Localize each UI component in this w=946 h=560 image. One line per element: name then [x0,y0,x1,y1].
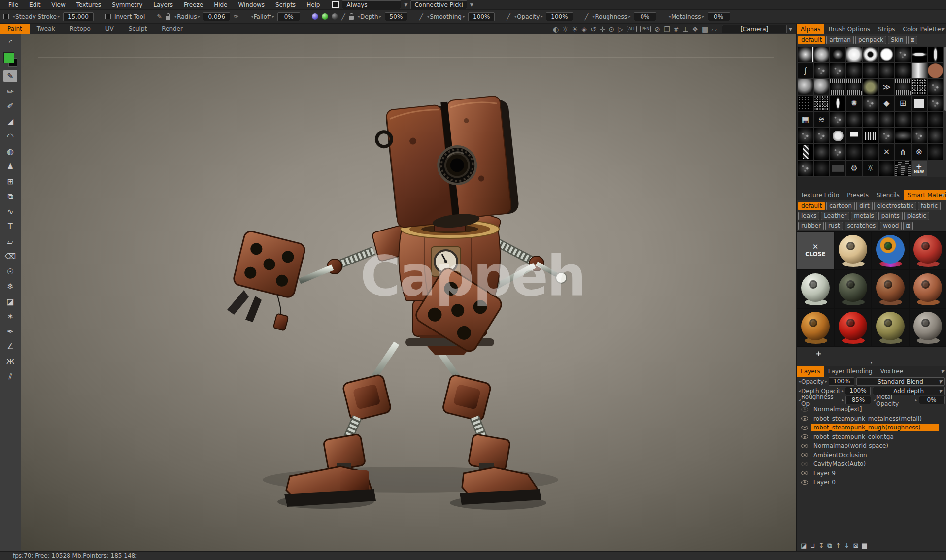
invert-tool-checkbox[interactable] [105,14,111,19]
tab-paint[interactable]: Paint [0,24,30,34]
tab-smart-materials[interactable]: Smart Materials [904,190,946,200]
alpha-tile-wheel[interactable]: ☸ [912,144,927,160]
visibility-eye-icon[interactable] [801,407,808,412]
contrast-icon[interactable]: ◐ [553,24,559,34]
layer-folder-icon[interactable]: ▆ [862,542,867,549]
paint-brush-tool[interactable]: ✎ [3,70,17,82]
opacity-label[interactable]: ◂Opacity▸ [514,13,542,20]
depth-value[interactable]: 50% [385,12,408,21]
iron-tool[interactable]: ∠ [3,340,17,353]
spline-tool[interactable]: ∿ [3,205,17,218]
alpha-tile-burst[interactable]: ✺ [846,96,862,111]
color-swatch[interactable] [3,52,18,67]
light-icon[interactable]: ☼ [562,24,569,34]
magic-wand-tool[interactable]: ✶ [3,310,17,323]
tab-color-palette[interactable]: Color Palette [899,24,945,34]
falloff-value[interactable]: 0% [277,12,300,21]
material-glossy-red[interactable] [834,308,872,347]
menu-help[interactable]: Help [301,0,325,10]
tab-layers[interactable]: Layers [797,366,824,377]
alpha-tile[interactable] [814,47,829,62]
alpha-tile-diamond[interactable]: ◆ [879,96,894,111]
chevron-down-icon[interactable]: ▼ [789,27,792,32]
alpha-tile[interactable] [798,96,813,111]
tab-strips[interactable]: Strips [874,24,899,34]
material-category-fabric[interactable]: fabric [918,202,941,210]
airbrush-tool[interactable]: ✐ [3,100,17,112]
disable-symmetry-icon[interactable]: ⊘ [654,24,660,34]
tab-retopo[interactable]: Retopo [63,24,98,34]
material-category-cartoon[interactable]: cartoon [826,202,855,210]
pan-view-icon[interactable]: ✛ [600,24,606,34]
alpha-tile[interactable] [830,79,845,95]
alpha-tile[interactable] [830,96,845,111]
metal-opacity-value[interactable]: 0% [919,396,945,404]
alpha-tile[interactable] [798,144,813,160]
alpha-tile[interactable] [863,47,878,62]
tab-texture-edito[interactable]: Texture Edito [797,190,843,200]
alpha-tile-button[interactable]: ⊞ [895,96,911,111]
alpha-tile[interactable] [846,144,862,160]
tab-render[interactable]: Render [154,24,190,34]
droplet-icon[interactable]: ◈ [581,24,587,34]
symmetry-tool[interactable]: Ж [3,356,17,368]
alpha-tile[interactable] [830,128,845,143]
alpha-tile[interactable] [846,63,862,78]
layer-row[interactable]: Normalmap(world-space) [797,441,946,451]
material-category-leaks[interactable]: leaks [798,212,819,220]
visibility-eye-icon[interactable] [801,471,808,475]
tab-uv[interactable]: UV [98,24,121,34]
alpha-tile[interactable] [912,63,927,78]
pen-icon[interactable]: ╱ [419,13,423,20]
pen-icon[interactable]: ╱ [507,13,510,20]
alpha-tile[interactable] [798,128,813,143]
alpha-group-artman[interactable]: artman [826,36,854,44]
sphere-preview-icon[interactable] [332,13,338,20]
radius-label[interactable]: ◂Radius▸ [174,13,200,20]
alpha-tile[interactable] [814,63,829,78]
fill-brush-tool[interactable]: ◢ [3,115,17,128]
stamp-tool[interactable]: ♟ [3,160,17,172]
roughness-value[interactable]: 0% [634,12,656,21]
menu-file[interactable]: File [3,0,24,10]
material-category-dirt[interactable]: dirt [856,202,873,210]
depth-blend-dropdown[interactable]: Add depth▼ [873,387,945,395]
layer-row[interactable]: CavityMask(Auto) [797,460,946,469]
alpha-tile[interactable] [830,112,845,127]
alpha-tile[interactable] [895,161,911,176]
alpha-tile[interactable] [928,144,943,160]
lock-icon[interactable] [166,16,170,20]
tab-alphas[interactable]: Alphas [797,24,824,34]
alpha-tile[interactable] [879,161,894,176]
material-category-paints[interactable]: paints [878,212,903,220]
alpha-tile[interactable] [928,79,943,95]
image-plane-tool[interactable]: ▱ [3,235,17,248]
material-category-rust[interactable]: rust [825,222,843,230]
visibility-eye-icon[interactable] [801,444,808,448]
steady-stroke-value[interactable]: 15,000 [63,12,94,21]
alpha-tile[interactable] [798,79,813,95]
material-aged-copper[interactable] [872,270,909,308]
material-polished-silver[interactable] [797,270,834,308]
new-alpha-button[interactable]: ＋NEW [912,161,927,176]
move-layer-up-icon[interactable]: ↑ [836,542,841,549]
material-category-metals[interactable]: metals [851,212,877,220]
camera-cone-icon[interactable]: ▷ [618,24,623,34]
add-folder-icon[interactable]: ⊞ [903,222,912,230]
visibility-eye-icon[interactable] [801,416,808,421]
new-layer-icon[interactable]: ◪ [801,542,807,549]
always-checkbox[interactable] [332,1,339,8]
layer-row[interactable]: Layer 0 [797,478,946,487]
picker-dropdown[interactable]: Connective Picki [410,0,467,9]
alpha-tile[interactable] [863,79,878,95]
depth-opacity-value[interactable]: 100% [845,387,871,395]
material-amber-wood[interactable] [797,308,834,347]
move-light-icon[interactable]: ☀ [572,24,578,34]
material-category-wood[interactable]: wood [880,222,902,230]
layer-opacity-value[interactable]: 100% [829,377,854,386]
tab-layer-blending[interactable]: Layer Blending [824,366,877,377]
visibility-eye-icon[interactable] [801,480,808,485]
alpha-tile[interactable] [846,112,862,127]
fit-view-icon[interactable]: ❖ [692,24,699,34]
alpha-tile[interactable] [912,128,927,143]
